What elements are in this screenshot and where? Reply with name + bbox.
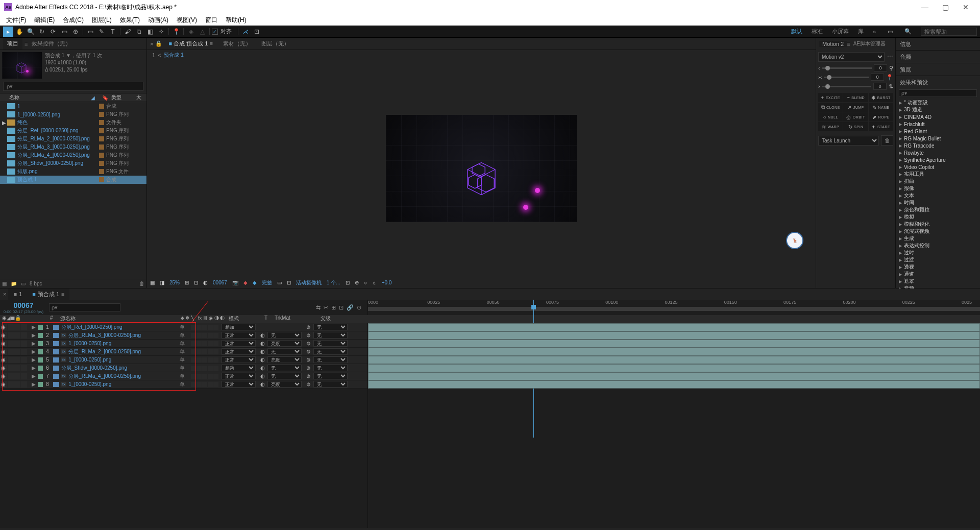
workspace-standard[interactable]: 标准 [812, 28, 823, 35]
project-item[interactable]: 分层_RLMa_2_[0000-0250].pngPNG 序列 [0, 135, 146, 143]
timeline-search[interactable] [49, 303, 120, 311]
view-opt-3[interactable]: ⟐ [364, 280, 367, 285]
trans-grid-icon[interactable]: ◆ [253, 280, 257, 285]
tl-col-source[interactable]: 源名称 [58, 315, 181, 323]
pen-tool[interactable]: ✎ [96, 27, 107, 37]
comp-lock-icon[interactable]: 🔒 [155, 40, 162, 47]
layer-bar[interactable] [368, 331, 980, 340]
effect-category[interactable]: ▶杂色和颗粒 [896, 206, 980, 213]
menu-动画(A)[interactable]: 动画(A) [144, 14, 173, 26]
anchor-icon[interactable]: ⚲ [889, 65, 893, 71]
res-icon[interactable]: ⊞ [185, 280, 189, 285]
view-opt-2[interactable]: ⊕ [355, 280, 359, 285]
exposure-value[interactable]: +0.0 [382, 280, 392, 285]
exposure-icon[interactable]: ☼ [372, 280, 377, 285]
interpret-icon[interactable]: ▦ [2, 281, 7, 286]
motion-btn-warp[interactable]: ≋WARP [818, 122, 843, 131]
snap-checkbox[interactable]: ✓ [212, 29, 218, 35]
layer-bar[interactable] [368, 372, 980, 380]
workspace-small[interactable]: 小屏幕 [832, 28, 849, 35]
text-tool[interactable]: T [108, 27, 118, 37]
motion-tab[interactable]: Motion 2 [819, 41, 847, 47]
slider-arrow-right[interactable]: › [818, 83, 820, 89]
workspace-default[interactable]: 默认 [791, 28, 802, 35]
eraser-tool[interactable]: ◧ [145, 27, 155, 37]
menu-窗口[interactable]: 窗口 [201, 14, 222, 26]
effect-category[interactable]: ▶扭曲 [896, 178, 980, 185]
rotate-tool[interactable]: ⟳ [48, 27, 58, 37]
motion-btn-burst[interactable]: ✱BURST [869, 93, 893, 102]
effect-category[interactable]: ▶3D 通道 [896, 106, 980, 113]
effect-category[interactable]: ▶RG Magic Bullet [896, 135, 980, 142]
link-icon[interactable]: ⇅ [889, 83, 893, 90]
workspace-lib[interactable]: 库 [858, 28, 864, 35]
3d-icon-1[interactable]: ▭ [277, 280, 282, 285]
camera-dropdown[interactable]: 活动摄像机 [296, 279, 322, 286]
minimize-button[interactable]: — [915, 0, 935, 14]
timeline-layer-row[interactable]: ◉ ▶2 fx分层_RLMa_3_[0000-0250].png 单 正常 ◐ … [0, 331, 368, 340]
bpc-button[interactable]: 8 bpc [30, 281, 42, 286]
project-item[interactable]: 1_[0000-0250].pngPNG 序列 [0, 110, 146, 118]
slider-arrow-bi[interactable]: ›‹ [818, 74, 822, 80]
zoom-dropdown[interactable]: 25% [169, 280, 180, 285]
view-opt-1[interactable]: ⊡ [346, 280, 350, 285]
effects-panel-header[interactable]: 效果和预设 [896, 76, 980, 88]
motion-btn-spin[interactable]: ↻SPIN [843, 122, 868, 131]
snap-icon-2[interactable]: ⊡ [252, 27, 262, 37]
effect-category[interactable]: ▶生成 [896, 235, 980, 242]
roto-tool[interactable]: ✧ [156, 27, 166, 37]
tl-col-fx[interactable]: fx 目 ◉ ◑ ◐ [198, 315, 229, 323]
audio-panel-header[interactable]: 音频 [896, 51, 980, 63]
3d-icon-2[interactable]: ⊡ [287, 280, 291, 285]
comp-tab-layer[interactable]: 图层（无） [257, 40, 293, 47]
motion-btn-clone[interactable]: ⧉CLONE [818, 103, 843, 112]
task-launch-dropdown[interactable]: Task Launch [818, 136, 879, 146]
timeline-layer-row[interactable]: ◉ ▶8 fx1_[0000-0250].png 单 正常 ◐ 亮度 ⊚ 无 [0, 380, 368, 389]
layer-bar[interactable] [368, 348, 980, 356]
script-manager-tab[interactable]: AE脚本管理器 [850, 40, 889, 47]
project-item[interactable]: 分层_Shdw_[0000-0250].pngPNG 序列 [0, 159, 146, 167]
tl-col-t[interactable]: T [264, 315, 275, 323]
tl-col-vis[interactable]: ◉◢◼🔒 [0, 315, 31, 323]
comp-tab-main[interactable]: ■ 合成 预合成 1 ≡ [164, 40, 216, 47]
zoom-tool[interactable]: 🔍 [26, 27, 36, 37]
motion-btn-excite[interactable]: +EXCITE [818, 93, 843, 102]
effect-category[interactable]: ▶* 动画预设 [896, 99, 980, 106]
brush-tool[interactable]: 🖌 [122, 27, 133, 37]
mask-icon[interactable]: ◐ [203, 280, 208, 285]
timeline-layer-row[interactable]: ◉ ▶6 分层_Shdw_[0000-0250].png 单 相乘 ◐ 无 ⊚ … [0, 364, 368, 372]
effect-category[interactable]: ▶遮罩 [896, 278, 980, 285]
comp-tab-footage[interactable]: 素材（无） [219, 40, 255, 47]
motion-btn-orbit[interactable]: ◎ORBIT [843, 112, 868, 122]
trash-icon[interactable]: 🗑 [139, 281, 144, 286]
motion-version-dropdown[interactable]: Motion v2 [818, 52, 885, 62]
project-search[interactable] [3, 82, 143, 91]
project-item[interactable]: 预合成 1合成 [0, 176, 146, 184]
effect-category[interactable]: ▶报像 [896, 185, 980, 192]
frame-display[interactable]: 00067 [213, 280, 227, 285]
layer-bar[interactable] [368, 323, 980, 331]
new-comp-icon[interactable]: ▭ [21, 281, 26, 286]
preview-panel-header[interactable]: 预览 [896, 63, 980, 76]
folder-icon[interactable]: 📁 [11, 281, 17, 286]
orbit-tool[interactable]: ↻ [37, 27, 47, 37]
pan-behind-tool[interactable]: ⊕ [70, 27, 81, 37]
tl-col-num[interactable]: # [50, 315, 58, 323]
clone-tool[interactable]: ⧉ [134, 27, 144, 37]
tl-col-mode[interactable]: 模式 [229, 315, 264, 323]
menu-编辑(E)[interactable]: 编辑(E) [30, 14, 59, 26]
effect-category[interactable]: ▶Red Giant [896, 128, 980, 135]
tl-icon-1[interactable]: ⇆ [316, 304, 321, 311]
tl-icon-6[interactable]: ⊙ [357, 304, 361, 311]
layer-bar[interactable] [368, 364, 980, 372]
project-item[interactable]: 排版.pngPNG 文件 [0, 167, 146, 176]
comp-close-icon[interactable]: × [150, 41, 153, 47]
project-item[interactable]: ▶纯色文件夹 [0, 118, 146, 127]
tl-icon-2[interactable]: ✂ [324, 304, 328, 311]
motion-btn-null[interactable]: ○NULL [818, 112, 843, 122]
motion-btn-rope[interactable]: ⬈ROPE [869, 112, 893, 122]
motion-val-z[interactable]: 0 [873, 83, 887, 90]
timeline-layer-row[interactable]: ◉ ▶1 分层_Ref_[0000-0250].png 单 相加 ⊚ 无 [0, 323, 368, 331]
views-dropdown[interactable]: 1 个... [327, 279, 340, 286]
grid-icon[interactable]: ⊡ [194, 280, 198, 285]
